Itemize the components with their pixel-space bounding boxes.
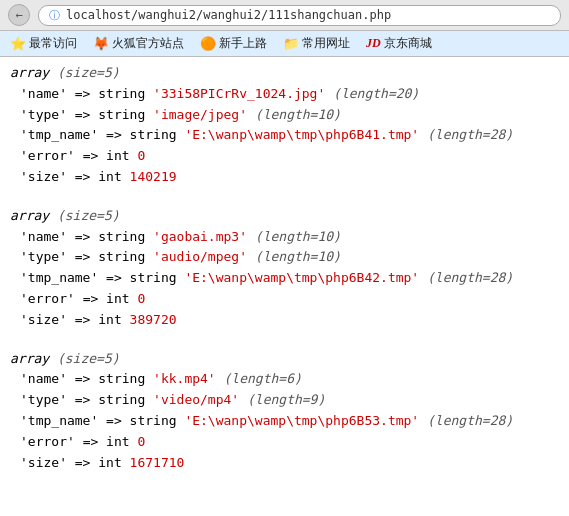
bookmark-label: 常用网址 <box>302 35 350 52</box>
field-key: 'type' <box>20 249 67 264</box>
field-value: 140219 <box>130 169 177 184</box>
bookmark-jd[interactable]: JD 京东商城 <box>362 34 436 53</box>
indent-icon <box>10 125 20 146</box>
firefox-icon: 🦊 <box>93 36 109 51</box>
array-header: array (size=5) <box>10 349 559 370</box>
field-type: int <box>106 148 129 163</box>
field-type: string <box>98 107 145 122</box>
lock-icon: ⓘ <box>49 8 60 23</box>
bookmark-common-visit[interactable]: ⭐ 最常访问 <box>6 34 81 53</box>
array-field-3: 'error' => int 0 <box>10 289 559 310</box>
bookmarks-bar: ⭐ 最常访问 🦊 火狐官方站点 🟠 新手上路 📁 常用网址 JD 京东商城 <box>0 31 569 57</box>
array-field-3: 'error' => int 0 <box>10 432 559 453</box>
field-key: 'size' <box>20 455 67 470</box>
array-field-0: 'name' => string '33i58PICrRv_1024.jpg' … <box>10 84 559 105</box>
array-field-0: 'name' => string 'gaobai.mp3' (length=10… <box>10 227 559 248</box>
bookmark-common-websites[interactable]: 📁 常用网址 <box>279 34 354 53</box>
field-meta: (length=28) <box>427 127 513 142</box>
indent-icon <box>10 432 20 453</box>
indent-icon <box>10 390 20 411</box>
field-type: string <box>98 249 145 264</box>
arrow-icon: => <box>75 392 91 407</box>
array-keyword: array <box>10 65 49 80</box>
field-value: 'E:\wanp\wamp\tmp\php6B42.tmp' <box>184 270 419 285</box>
bookmark-firefox[interactable]: 🦊 火狐官方站点 <box>89 34 188 53</box>
arrow-icon: => <box>75 86 91 101</box>
newhand-icon: 🟠 <box>200 36 216 51</box>
array-block-0: array (size=5) 'name' => string '33i58PI… <box>10 63 559 188</box>
field-type: string <box>98 371 145 386</box>
array-field-4: 'size' => int 389720 <box>10 310 559 331</box>
address-bar[interactable]: ⓘ localhost/wanghui2/wanghui2/111shangch… <box>38 5 561 26</box>
array-field-2: 'tmp_name' => string 'E:\wanp\wamp\tmp\p… <box>10 411 559 432</box>
field-type: int <box>98 312 121 327</box>
arrow-icon: => <box>75 169 91 184</box>
array-keyword: array <box>10 351 49 366</box>
array-size: (size=5) <box>57 208 120 223</box>
arrow-icon: => <box>83 434 99 449</box>
indent-icon <box>10 84 20 105</box>
field-key: 'name' <box>20 229 67 244</box>
field-value: 'kk.mp4' <box>153 371 216 386</box>
indent-icon <box>10 268 20 289</box>
array-field-2: 'tmp_name' => string 'E:\wanp\wamp\tmp\p… <box>10 125 559 146</box>
bookmark-newhand[interactable]: 🟠 新手上路 <box>196 34 271 53</box>
field-key: 'tmp_name' <box>20 413 98 428</box>
field-key: 'tmp_name' <box>20 270 98 285</box>
field-key: 'tmp_name' <box>20 127 98 142</box>
array-keyword: array <box>10 208 49 223</box>
array-size: (size=5) <box>57 351 120 366</box>
field-type: int <box>106 434 129 449</box>
field-key: 'error' <box>20 148 75 163</box>
arrow-icon: => <box>75 249 91 264</box>
array-field-3: 'error' => int 0 <box>10 146 559 167</box>
field-value: 0 <box>137 291 145 306</box>
array-block-2: array (size=5) 'name' => string 'kk.mp4'… <box>10 349 559 474</box>
back-button[interactable]: ← <box>8 4 30 26</box>
bookmark-label: 新手上路 <box>219 35 267 52</box>
arrow-icon: => <box>75 371 91 386</box>
field-value: 0 <box>137 434 145 449</box>
field-meta: (length=28) <box>427 270 513 285</box>
field-key: 'error' <box>20 291 75 306</box>
indent-icon <box>10 247 20 268</box>
field-key: 'error' <box>20 434 75 449</box>
field-type: int <box>98 169 121 184</box>
field-value: 'E:\wanp\wamp\tmp\php6B53.tmp' <box>184 413 419 428</box>
main-content: array (size=5) 'name' => string '33i58PI… <box>0 57 569 497</box>
indent-icon <box>10 310 20 331</box>
field-type: int <box>98 455 121 470</box>
indent-icon <box>10 227 20 248</box>
browser-bar: ← ⓘ localhost/wanghui2/wanghui2/111shang… <box>0 0 569 31</box>
field-meta: (length=10) <box>255 107 341 122</box>
indent-icon <box>10 411 20 432</box>
field-meta: (length=10) <box>255 229 341 244</box>
arrow-icon: => <box>83 291 99 306</box>
array-field-4: 'size' => int 1671710 <box>10 453 559 474</box>
field-value: 'E:\wanp\wamp\tmp\php6B41.tmp' <box>184 127 419 142</box>
field-value: 'image/jpeg' <box>153 107 247 122</box>
field-value: 'audio/mpeg' <box>153 249 247 264</box>
field-type: string <box>98 392 145 407</box>
field-key: 'name' <box>20 86 67 101</box>
arrow-icon: => <box>106 270 122 285</box>
arrow-icon: => <box>75 312 91 327</box>
field-key: 'size' <box>20 312 67 327</box>
arrow-icon: => <box>75 229 91 244</box>
array-field-1: 'type' => string 'image/jpeg' (length=10… <box>10 105 559 126</box>
field-meta: (length=10) <box>255 249 341 264</box>
indent-icon <box>10 105 20 126</box>
bookmark-label: 最常访问 <box>29 35 77 52</box>
array-field-0: 'name' => string 'kk.mp4' (length=6) <box>10 369 559 390</box>
bookmark-label: 京东商城 <box>384 35 432 52</box>
field-type: int <box>106 291 129 306</box>
array-size: (size=5) <box>57 65 120 80</box>
field-key: 'type' <box>20 107 67 122</box>
indent-icon <box>10 453 20 474</box>
array-field-1: 'type' => string 'video/mp4' (length=9) <box>10 390 559 411</box>
arrow-icon: => <box>106 127 122 142</box>
bookmark-label: 火狐官方站点 <box>112 35 184 52</box>
array-field-2: 'tmp_name' => string 'E:\wanp\wamp\tmp\p… <box>10 268 559 289</box>
field-value: '33i58PICrRv_1024.jpg' <box>153 86 325 101</box>
arrow-icon: => <box>83 148 99 163</box>
